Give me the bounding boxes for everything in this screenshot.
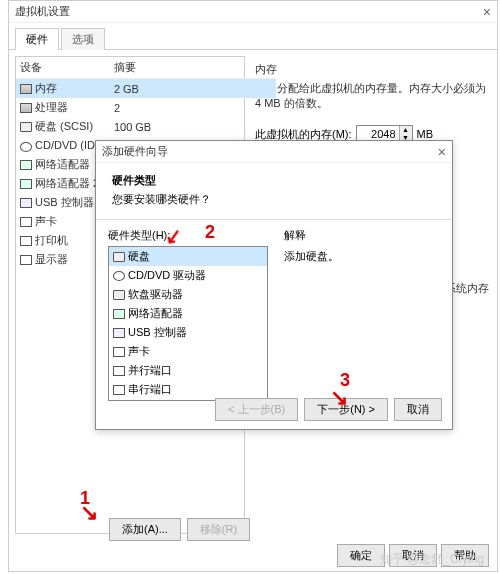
tab-options[interactable]: 选项 (61, 28, 105, 50)
next-button[interactable]: 下一步(N) > (304, 398, 388, 421)
net-icon (113, 309, 125, 319)
serial-icon (113, 385, 125, 395)
wizard-head-sub: 您要安装哪类硬件？ (112, 192, 436, 207)
sound-icon (113, 347, 125, 357)
table-row[interactable]: 硬盘 (SCSI)100 GB (16, 117, 276, 136)
explain-label: 解释 (284, 228, 440, 243)
remove-button: 移除(R) (187, 518, 250, 541)
hw-list-label: 硬件类型(H): (108, 228, 268, 243)
list-item[interactable]: 软盘驱动器 (109, 285, 267, 304)
col-summary: 摘要 (110, 57, 276, 79)
list-item[interactable]: 并行端口 (109, 361, 267, 380)
watermark: 知乎 @念舒_C.ying (380, 551, 484, 568)
main-titlebar: 虚拟机设置 × (9, 1, 497, 23)
tab-bar: 硬件 选项 (9, 23, 497, 50)
memory-icon (20, 84, 32, 94)
disk-icon (113, 252, 125, 262)
add-hardware-wizard: 添加硬件向导 × 硬件类型 您要安装哪类硬件？ 硬件类型(H): 硬盘 CD/D… (95, 140, 453, 430)
table-row[interactable]: 处理器2 (16, 98, 276, 117)
memory-desc: 指定分配给此虚拟机的内存量。内存大小必须为 4 MB 的倍数。 (255, 81, 487, 111)
tab-hardware[interactable]: 硬件 (15, 28, 59, 50)
list-item[interactable]: CD/DVD 驱动器 (109, 266, 267, 285)
explain-text: 添加硬盘。 (284, 249, 440, 264)
net-icon (20, 179, 32, 189)
table-row[interactable]: 内存2 GB (16, 79, 276, 99)
add-remove-bar: 添加(A)... 移除(R) (109, 518, 250, 541)
floppy-icon (113, 290, 125, 300)
wizard-footer: < 上一步(B) 下一步(N) > 取消 (215, 398, 442, 421)
disk-icon (20, 122, 32, 132)
memory-unit: MB (417, 128, 434, 140)
col-device: 设备 (16, 57, 110, 79)
wizard-body: 硬件类型(H): 硬盘 CD/DVD 驱动器 软盘驱动器 网络适配器 USB 控… (96, 220, 452, 400)
close-icon[interactable]: × (438, 144, 446, 160)
cpu-icon (20, 103, 32, 113)
list-item[interactable]: 硬盘 (109, 247, 267, 266)
wizard-right: 解释 添加硬盘。 (284, 228, 440, 392)
cd-icon (113, 271, 125, 281)
group-title: 内存 (255, 62, 487, 77)
wizard-head-title: 硬件类型 (112, 173, 436, 188)
display-icon (20, 255, 32, 265)
parallel-icon (113, 366, 125, 376)
ok-button[interactable]: 确定 (337, 544, 385, 567)
add-button[interactable]: 添加(A)... (109, 518, 181, 541)
cd-icon (20, 142, 32, 152)
wizard-left: 硬件类型(H): 硬盘 CD/DVD 驱动器 软盘驱动器 网络适配器 USB 控… (108, 228, 268, 392)
wizard-header: 硬件类型 您要安装哪类硬件？ (96, 163, 452, 220)
list-item[interactable]: 串行端口 (109, 380, 267, 399)
usb-icon (20, 198, 32, 208)
back-button: < 上一步(B) (215, 398, 298, 421)
close-icon[interactable]: × (483, 4, 491, 20)
net-icon (20, 160, 32, 170)
wizard-titlebar: 添加硬件向导 × (96, 141, 452, 163)
list-item[interactable]: 网络适配器 (109, 304, 267, 323)
printer-icon (20, 236, 32, 246)
usb-icon (113, 328, 125, 338)
wizard-title: 添加硬件向导 (102, 144, 438, 159)
list-item[interactable]: 声卡 (109, 342, 267, 361)
main-title: 虚拟机设置 (15, 4, 483, 19)
sound-icon (20, 217, 32, 227)
wizard-cancel-button[interactable]: 取消 (394, 398, 442, 421)
list-item[interactable]: USB 控制器 (109, 323, 267, 342)
hardware-type-list[interactable]: 硬盘 CD/DVD 驱动器 软盘驱动器 网络适配器 USB 控制器 声卡 并行端… (108, 246, 268, 401)
